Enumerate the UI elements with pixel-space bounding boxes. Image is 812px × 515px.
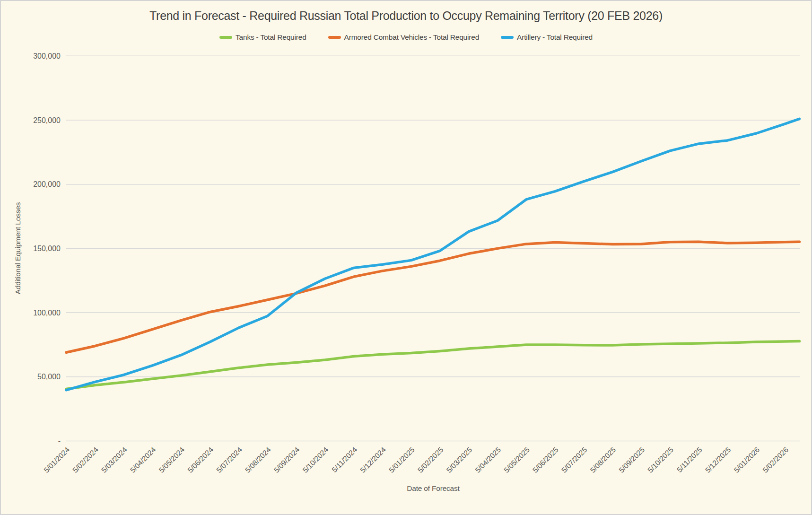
x-tick-label: 5/02/2024 bbox=[71, 445, 100, 474]
x-tick-label: 5/12/2024 bbox=[358, 445, 387, 474]
y-tick-label: 50,000 bbox=[37, 373, 61, 381]
x-tick-label: 5/02/2026 bbox=[761, 445, 790, 474]
x-tick-label: 5/01/2025 bbox=[387, 445, 416, 474]
x-tick-label: 5/10/2024 bbox=[301, 445, 330, 474]
x-tick-label: 5/07/2024 bbox=[215, 445, 244, 474]
y-tick-label: 200,000 bbox=[33, 180, 61, 188]
x-tick-label: 5/05/2024 bbox=[157, 445, 186, 474]
series-line-tanks bbox=[66, 341, 799, 389]
series-line-armored-combat-vehicles bbox=[66, 242, 799, 352]
chart-canvas: Trend in Forecast - Required Russian Tot… bbox=[0, 0, 812, 515]
y-tick-label: - bbox=[58, 437, 61, 445]
x-tick-label: 5/12/2025 bbox=[704, 445, 733, 474]
y-tick-label: 250,000 bbox=[33, 116, 61, 124]
series-line-artillery bbox=[66, 119, 799, 390]
x-tick-label: 5/11/2024 bbox=[330, 445, 358, 474]
x-tick-label: 5/09/2024 bbox=[272, 445, 301, 474]
x-tick-label: 5/03/2024 bbox=[100, 445, 129, 474]
x-tick-label: 5/05/2025 bbox=[502, 445, 531, 474]
x-tick-label: 5/06/2024 bbox=[186, 445, 215, 474]
x-tick-label: 5/08/2025 bbox=[589, 445, 618, 474]
x-tick-label: 5/04/2025 bbox=[473, 445, 502, 474]
x-tick-label: 5/01/2024 bbox=[42, 445, 71, 474]
x-tick-label: 5/11/2025 bbox=[675, 445, 704, 474]
x-tick-label: 5/06/2025 bbox=[531, 445, 560, 474]
y-tick-label: 150,000 bbox=[33, 244, 61, 253]
y-axis-title: Additional Equipment Losses bbox=[14, 202, 22, 295]
x-tick-label: 5/04/2024 bbox=[129, 445, 157, 474]
x-tick-label: 5/02/2025 bbox=[416, 445, 445, 474]
x-tick-label: 5/07/2025 bbox=[560, 445, 589, 474]
x-axis-title: Date of Forecast bbox=[407, 484, 459, 493]
x-tick-label: 5/08/2024 bbox=[244, 445, 272, 474]
x-tick-label: 5/01/2026 bbox=[733, 445, 761, 474]
plot-area: -50,000100,000150,000200,000250,000300,0… bbox=[1, 1, 811, 514]
y-tick-label: 100,000 bbox=[33, 309, 61, 317]
y-tick-label: 300,000 bbox=[33, 52, 61, 60]
x-tick-label: 5/09/2025 bbox=[617, 445, 646, 474]
x-tick-label: 5/10/2025 bbox=[646, 445, 675, 474]
x-tick-label: 5/03/2025 bbox=[445, 445, 474, 474]
